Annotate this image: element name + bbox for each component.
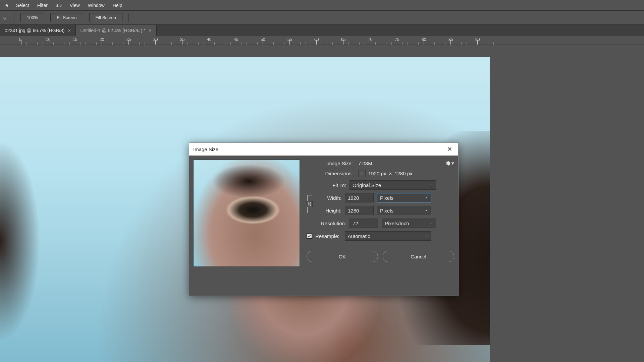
close-icon[interactable]: ✕ xyxy=(445,144,454,154)
document-tab-1[interactable]: 02341.jpg @ 66.7% (RGB/8) × xyxy=(0,25,76,36)
chevron-down-icon xyxy=(429,221,433,226)
resolution-row: Resolution: Pixels/Inch xyxy=(307,219,454,228)
dimensions-row: Dimensions: 1920 px × 1280 px xyxy=(307,170,454,177)
width-unit-value: Pixels xyxy=(380,195,393,201)
fit-screen-button[interactable]: Fit Screen xyxy=(50,13,83,22)
menu-item-view[interactable]: View xyxy=(66,1,84,10)
resolution-unit-value: Pixels/Inch xyxy=(385,221,409,226)
dimensions-height: 1280 px xyxy=(394,171,412,176)
cancel-button[interactable]: Cancel xyxy=(383,251,454,262)
height-input[interactable] xyxy=(345,206,374,215)
resample-select[interactable]: Automatic xyxy=(345,231,431,241)
chevron-down-icon xyxy=(424,195,428,201)
dialog-titlebar[interactable]: Image Size ✕ xyxy=(189,143,458,156)
constrain-proportions[interactable]: ⛓ xyxy=(307,195,313,213)
options-bar: s 100% Fit Screen Fill Screen xyxy=(0,11,644,25)
menu-bar: e Select Filter 3D View Window Help xyxy=(0,0,644,11)
width-input[interactable] xyxy=(345,193,374,202)
horizontal-ruler: 51015202530354045505560657075808590 xyxy=(0,36,644,45)
resample-checkbox[interactable] xyxy=(307,233,312,239)
canvas-area: Image Size ✕ Image Size: 7.03M ▾ Dimensi… xyxy=(0,45,644,362)
menu-item-3d[interactable]: 3D xyxy=(52,1,66,10)
menu-item-edge[interactable]: e xyxy=(1,1,12,10)
image-size-value: 7.03M xyxy=(358,161,372,166)
close-icon[interactable]: × xyxy=(149,28,152,33)
document-tab-label: Untitled-1 @ 62.4% (RGB/8#) * xyxy=(80,28,146,33)
resample-value: Automatic xyxy=(348,233,370,239)
chevron-down-icon xyxy=(424,208,428,214)
height-unit-select[interactable]: Pixels xyxy=(377,206,431,215)
dimensions-width: 1920 px xyxy=(368,171,386,176)
gear-icon[interactable]: ▾ xyxy=(445,160,454,166)
dialog-fields: Image Size: 7.03M ▾ Dimensions: 1920 px xyxy=(307,160,454,292)
bracket-icon xyxy=(307,207,312,213)
image-region xyxy=(0,141,40,342)
fit-to-value: Original Size xyxy=(353,182,381,188)
menu-item-window[interactable]: Window xyxy=(84,1,109,10)
document-tab-2[interactable]: Untitled-1 @ 62.4% (RGB/8#) * × xyxy=(76,25,157,36)
height-label: Height: xyxy=(314,208,341,214)
chevron-down-icon xyxy=(424,233,428,239)
ok-button[interactable]: OK xyxy=(307,251,378,262)
image-preview[interactable] xyxy=(193,160,300,267)
height-row: Height: Pixels xyxy=(314,206,431,215)
dialog-button-row: OK Cancel xyxy=(307,251,454,262)
dialog-title: Image Size xyxy=(193,146,218,152)
resample-label: Resample: xyxy=(315,233,339,239)
menu-item-help[interactable]: Help xyxy=(109,1,126,10)
bracket-icon xyxy=(307,195,312,201)
zoom-100-button[interactable]: 100% xyxy=(20,13,44,22)
fit-to-row: Fit To: Original Size xyxy=(307,180,454,190)
close-icon[interactable]: × xyxy=(68,28,70,33)
options-bar-letter: s xyxy=(3,15,8,20)
width-unit-select[interactable]: Pixels xyxy=(377,193,431,202)
chevron-down-icon xyxy=(429,182,433,188)
image-size-dialog: Image Size ✕ Image Size: 7.03M ▾ Dimensi… xyxy=(189,142,459,296)
separator xyxy=(128,13,129,22)
width-row: Width: Pixels xyxy=(314,193,431,202)
image-size-row: Image Size: 7.03M ▾ xyxy=(307,160,454,166)
chain-link-icon[interactable]: ⛓ xyxy=(307,201,313,207)
fit-to-label: Fit To: xyxy=(307,182,346,188)
width-height-block: ⛓ Width: Pixels Heig xyxy=(307,193,454,215)
fill-screen-button[interactable]: Fill Screen xyxy=(89,13,122,22)
document-tabs: 02341.jpg @ 66.7% (RGB/8) × Untitled-1 @… xyxy=(0,25,644,36)
dialog-body: Image Size: 7.03M ▾ Dimensions: 1920 px xyxy=(189,156,458,296)
dimensions-sep: × xyxy=(389,171,392,176)
resolution-input[interactable] xyxy=(350,219,378,228)
separator xyxy=(14,13,14,22)
resample-row: Resample: Automatic xyxy=(307,231,454,241)
resolution-label: Resolution: xyxy=(307,221,346,226)
fit-to-select[interactable]: Original Size xyxy=(350,180,436,190)
resolution-unit-select[interactable]: Pixels/Inch xyxy=(382,219,436,228)
chevron-down-icon[interactable] xyxy=(358,170,366,177)
width-label: Width: xyxy=(314,195,341,201)
document-tab-label: 02341.jpg @ 66.7% (RGB/8) xyxy=(5,28,64,33)
height-unit-value: Pixels xyxy=(380,208,393,214)
menu-item-select[interactable]: Select xyxy=(12,1,33,10)
image-size-label: Image Size: xyxy=(307,161,353,166)
dimensions-label: Dimensions: xyxy=(307,171,353,176)
menu-item-filter[interactable]: Filter xyxy=(33,1,52,10)
